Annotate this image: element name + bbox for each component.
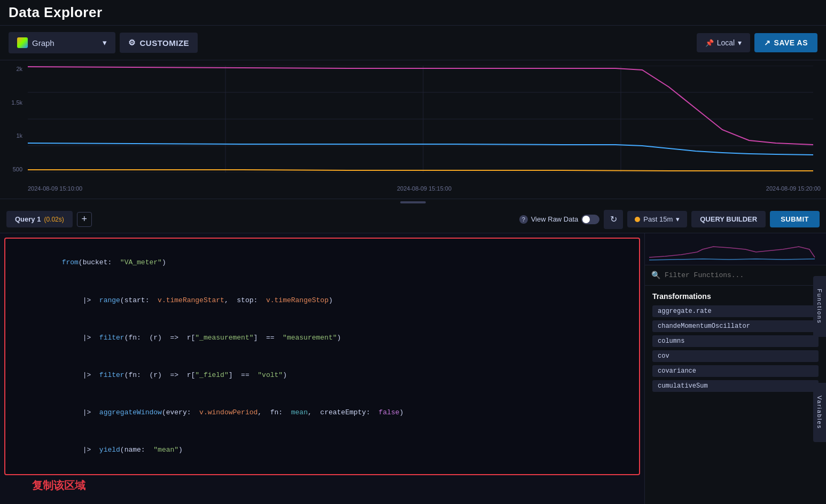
x-label-3: 2024-08-09 15:20:00 xyxy=(766,185,821,192)
query-builder-button[interactable]: QUERY BUILDER xyxy=(691,211,766,227)
filter-functions-input[interactable] xyxy=(665,271,820,279)
add-query-button[interactable]: + xyxy=(77,212,92,227)
code-line-3: |> filter(fn: (r) => r["_measurement"] =… xyxy=(12,319,633,356)
graph-icon xyxy=(17,37,28,48)
code-line-6: |> yield(name: "mean") xyxy=(12,431,633,469)
variables-tab[interactable]: Variables xyxy=(813,383,826,442)
customize-button[interactable]: ⚙ CUSTOMIZE xyxy=(120,33,198,53)
submit-button[interactable]: SUBMIT xyxy=(770,211,820,227)
code-editor-wrapper: from(bucket: "VA_meter") |> range(start:… xyxy=(0,233,644,504)
function-item-chande[interactable]: chandeMomentumOscillator xyxy=(652,320,819,332)
code-line-4: |> filter(fn: (r) => r["_field"] == "vol… xyxy=(12,357,633,394)
transformations-header: Transformations xyxy=(645,286,826,304)
chevron-down-icon: ▾ xyxy=(103,38,107,48)
code-line-5: |> aggregateWindow(every: v.windowPeriod… xyxy=(12,394,633,431)
code-selection-box: from(bucket: "VA_meter") |> range(start:… xyxy=(4,238,640,475)
transformations-label: Transformations xyxy=(652,292,711,301)
drag-handle-bar xyxy=(400,201,426,203)
export-icon: ↗ xyxy=(764,38,771,47)
main-toolbar: Graph ▾ ⚙ CUSTOMIZE 📌 Local ▾ ↗ SAVE AS xyxy=(0,26,826,60)
mini-chart-preview xyxy=(645,233,826,265)
time-range-button[interactable]: Past 15m ▾ xyxy=(627,211,687,227)
view-raw-label: View Raw Data xyxy=(531,215,579,223)
time-range-label: Past 15m xyxy=(643,215,673,223)
pin-icon: 📌 xyxy=(705,39,714,47)
drag-handle[interactable] xyxy=(0,199,826,206)
y-label-1-5k: 1.5k xyxy=(11,99,22,106)
function-item-cumulative[interactable]: cumulativeSum xyxy=(652,380,819,392)
chevron-down-icon-time: ▾ xyxy=(676,215,680,223)
saveas-label: SAVE AS xyxy=(774,38,808,47)
clock-dot xyxy=(635,217,640,222)
function-item-columns[interactable]: columns xyxy=(652,335,819,347)
chevron-down-icon-local: ▾ xyxy=(738,38,742,47)
functions-tab[interactable]: Functions xyxy=(813,276,826,337)
filter-search-bar: 🔍 xyxy=(645,265,826,286)
page-title: Data Explorer xyxy=(9,4,817,21)
graph-label: Graph xyxy=(32,38,54,48)
query-tab-label: Query 1 xyxy=(15,215,41,223)
saveas-button[interactable]: ↗ SAVE AS xyxy=(754,33,817,52)
code-line-2: |> range(start: v.timeRangeStart, stop: … xyxy=(12,281,633,319)
page-header: Data Explorer xyxy=(0,0,826,26)
submit-label: SUBMIT xyxy=(781,215,809,223)
y-axis-labels: 2k 1.5k 1k 500 xyxy=(0,66,26,172)
refresh-icon: ↻ xyxy=(610,214,617,224)
customize-label: CUSTOMIZE xyxy=(140,38,190,48)
query-tab-1[interactable]: Query 1 (0.02s) xyxy=(6,211,73,227)
code-line-1: from(bucket: "VA_meter") xyxy=(12,244,633,281)
local-label: Local xyxy=(717,38,735,47)
view-raw-toggle[interactable] xyxy=(581,215,599,224)
chart-area: 2k 1.5k 1k 500 2024-08-09 15:10:00 xyxy=(0,60,826,199)
function-item-aggregate-rate[interactable]: aggregate.rate xyxy=(652,305,819,317)
search-icon: 🔍 xyxy=(651,271,660,280)
annotation-text: 复制该区域 xyxy=(32,478,85,493)
query-tab-time: (0.02s) xyxy=(44,216,64,223)
gear-icon: ⚙ xyxy=(128,38,136,48)
query-toolbar: Query 1 (0.02s) + ? View Raw Data ↻ Past… xyxy=(0,206,826,233)
mini-chart-svg xyxy=(649,236,822,263)
help-icon: ? xyxy=(519,215,528,224)
graph-button[interactable]: Graph ▾ xyxy=(9,32,115,53)
local-button[interactable]: 📌 Local ▾ xyxy=(697,33,750,52)
x-label-1: 2024-08-09 15:10:00 xyxy=(28,185,82,192)
refresh-button[interactable]: ↻ xyxy=(604,210,623,229)
query-editor-area: from(bucket: "VA_meter") |> range(start:… xyxy=(0,233,826,504)
function-item-covariance[interactable]: covariance xyxy=(652,365,819,377)
x-axis-labels: 2024-08-09 15:10:00 2024-08-09 15:15:00 … xyxy=(0,185,826,192)
code-editor[interactable]: from(bucket: "VA_meter") |> range(start:… xyxy=(0,233,644,504)
chart-container: 2k 1.5k 1k 500 xyxy=(0,66,826,183)
view-raw-section: ? View Raw Data xyxy=(519,215,600,224)
chart-svg xyxy=(28,66,813,172)
plus-icon: + xyxy=(82,214,88,225)
query-builder-label: QUERY BUILDER xyxy=(700,215,757,223)
toggle-knob xyxy=(582,216,590,223)
y-label-1k: 1k xyxy=(16,132,22,139)
y-label-2k: 2k xyxy=(16,66,22,72)
query-panel: Query 1 (0.02s) + ? View Raw Data ↻ Past… xyxy=(0,206,826,504)
function-item-cov[interactable]: cov xyxy=(652,350,819,362)
x-label-2: 2024-08-09 15:15:00 xyxy=(397,185,451,192)
y-label-500: 500 xyxy=(13,166,22,172)
right-sidebar: 🔍 Transformations aggregate.rate chandeM… xyxy=(644,233,826,504)
